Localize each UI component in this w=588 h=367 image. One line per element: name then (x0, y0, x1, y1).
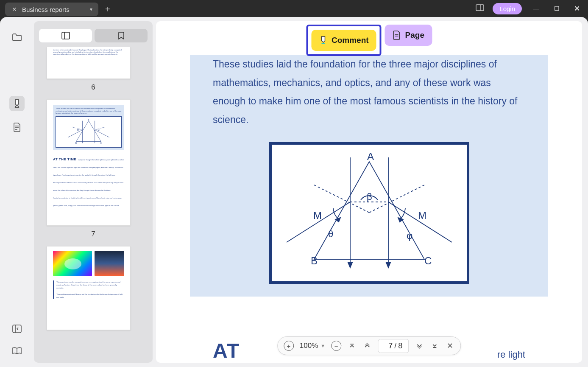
svg-marker-29 (386, 263, 390, 268)
svg-line-30 (287, 202, 350, 242)
thumbnail-panel: homilies in the worldwide to avoid the p… (34, 21, 153, 363)
svg-line-33 (369, 185, 424, 213)
page-blue-section: These studies laid the foundation for th… (190, 55, 548, 297)
last-page-button[interactable] (430, 341, 439, 350)
login-button[interactable]: Login (493, 3, 522, 14)
current-page-field[interactable] (384, 342, 393, 350)
svg-text:A: A (88, 119, 89, 121)
svg-text:B: B (311, 255, 318, 266)
close-tab-icon[interactable]: ✕ (11, 6, 18, 13)
prism-photo (95, 251, 124, 276)
svg-marker-25 (314, 162, 424, 259)
layout-toggle-icon[interactable] (476, 4, 484, 13)
svg-marker-35 (335, 218, 340, 222)
thumbnail-page-8[interactable]: This experiment can be repeated over and… (47, 246, 140, 330)
document-viewport[interactable]: These studies laid the foundation for th… (156, 21, 582, 363)
comment-mode-highlight: Comment (306, 25, 382, 56)
spectrum-image (53, 251, 92, 276)
comment-mode-button[interactable]: Comment (311, 30, 376, 51)
maximize-button[interactable]: ☐ (551, 5, 563, 12)
svg-text:C: C (100, 142, 102, 144)
page-mode-button[interactable]: Page (385, 25, 432, 46)
prev-page-button[interactable] (362, 341, 372, 350)
thumbnail-page-6[interactable]: homilies in the worldwide to avoid the p… (47, 47, 140, 92)
svg-marker-27 (348, 263, 352, 268)
prism-diagram: A B C M M β θ φ (269, 142, 469, 284)
close-window-button[interactable]: ✕ (571, 4, 583, 13)
book-view-icon[interactable] (9, 343, 25, 359)
document-tab[interactable]: ✕ Business reports ▾ (5, 3, 98, 16)
tab-dropdown-icon[interactable]: ▾ (90, 6, 92, 12)
bottom-nav: + 100% ▼ − /8 ✕ (277, 336, 461, 355)
intro-paragraph: These studies laid the foundation for th… (213, 55, 525, 129)
svg-rect-22 (321, 43, 325, 44)
first-page-button[interactable] (347, 341, 357, 350)
zoom-in-button[interactable]: + (284, 341, 294, 351)
page-tool-icon[interactable] (9, 120, 25, 135)
tab-title: Business reports (22, 6, 86, 13)
thumbnails-tab-icon[interactable] (39, 29, 92, 42)
svg-line-31 (388, 202, 452, 242)
svg-text:M: M (418, 210, 426, 221)
svg-text:M: M (313, 210, 322, 221)
svg-rect-8 (62, 32, 70, 39)
svg-line-32 (314, 185, 369, 213)
at-the-time-heading: AT (213, 339, 240, 362)
svg-text:M: M (77, 129, 79, 131)
zoom-dropdown-icon[interactable]: ▼ (320, 343, 325, 348)
folder-icon[interactable] (9, 30, 25, 45)
svg-rect-0 (476, 5, 484, 11)
svg-text:M: M (98, 129, 99, 131)
thumb-num-7: 7 (47, 230, 140, 238)
svg-line-16 (95, 127, 105, 130)
next-page-button[interactable] (415, 341, 424, 350)
svg-text:φ: φ (407, 230, 412, 241)
svg-text:θ: θ (328, 229, 333, 239)
add-tab-button[interactable]: ＋ (103, 3, 112, 14)
svg-text:β: β (367, 191, 372, 202)
page-icon (393, 31, 401, 40)
mode-bar: Comment Page (306, 25, 432, 56)
minimize-button[interactable]: — (530, 5, 542, 12)
page-input[interactable]: /8 (378, 339, 409, 353)
svg-text:B: B (75, 142, 77, 144)
svg-marker-36 (398, 218, 403, 222)
thumbnail-list[interactable]: homilies in the worldwide to avoid the p… (34, 47, 153, 363)
content-area: Comment Page These studies laid the foun… (156, 21, 582, 363)
svg-text:A: A (367, 151, 374, 162)
zoom-level[interactable]: 100% ▼ (300, 342, 325, 350)
titlebar: ✕ Business reports ▾ ＋ Login — ☐ ✕ (0, 0, 588, 17)
zoom-out-button[interactable]: − (331, 341, 341, 351)
thumbnail-page-7[interactable]: These studies laid the foundation for th… (47, 99, 140, 238)
highlighter-icon (319, 36, 327, 45)
thumb-num-6: 6 (47, 83, 140, 92)
close-nav-button[interactable]: ✕ (445, 341, 454, 350)
prism-diagram-mini: A B C M M (56, 116, 122, 148)
svg-text:C: C (424, 255, 432, 266)
main-area: homilies in the worldwide to avoid the p… (0, 17, 588, 367)
bookmarks-tab-icon[interactable] (95, 29, 148, 42)
svg-line-14 (95, 130, 109, 137)
svg-line-13 (68, 130, 82, 137)
left-rail (8, 17, 26, 367)
collapse-panel-icon[interactable] (9, 321, 25, 336)
highlighter-tool-icon[interactable] (9, 96, 25, 111)
